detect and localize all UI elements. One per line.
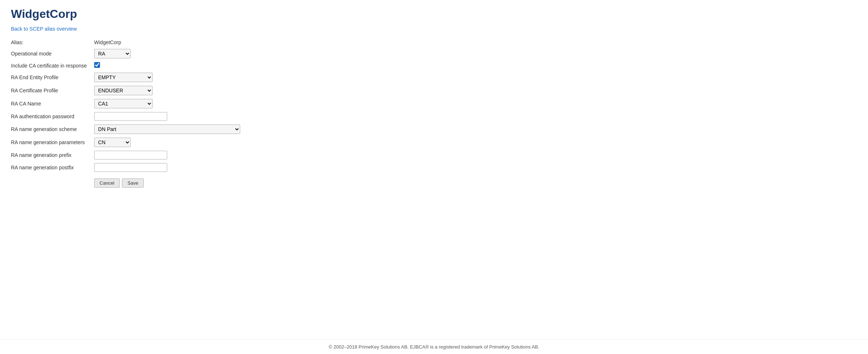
include-ca-row: Include CA certificate in response — [11, 60, 243, 71]
operational-mode-select[interactable]: RA CA — [94, 49, 131, 58]
ra-certificate-profile-label: RA Certificate Profile — [11, 84, 94, 97]
ra-ca-name-label: RA CA Name — [11, 97, 94, 110]
alias-value: WidgetCorp — [94, 39, 121, 45]
cancel-button[interactable]: Cancel — [94, 178, 120, 188]
ra-name-prefix-input[interactable] — [94, 151, 167, 159]
ra-auth-password-row: RA authentication password — [11, 110, 243, 123]
ra-name-postfix-label: RA name generation postfix — [11, 161, 94, 174]
ra-certificate-profile-select[interactable]: ENDUSER — [94, 86, 153, 95]
ra-name-params-row: RA name generation parameters CN O OU C — [11, 136, 243, 149]
ra-name-prefix-label: RA name generation prefix — [11, 149, 94, 161]
ra-name-scheme-row: RA name generation scheme DN Part RANDOM… — [11, 123, 243, 136]
alias-row: Alias: WidgetCorp — [11, 38, 243, 47]
include-ca-checkbox[interactable] — [94, 62, 100, 68]
ra-ca-name-select[interactable]: CA1 — [94, 99, 153, 108]
ra-name-postfix-input[interactable] — [94, 163, 167, 172]
page-title: WidgetCorp — [11, 7, 857, 21]
ra-certificate-profile-row: RA Certificate Profile ENDUSER — [11, 84, 243, 97]
ra-name-params-select[interactable]: CN O OU C — [94, 138, 131, 147]
save-button[interactable]: Save — [122, 178, 144, 188]
ra-end-entity-profile-select[interactable]: EMPTY — [94, 73, 153, 82]
ra-name-prefix-row: RA name generation prefix — [11, 149, 243, 161]
ra-name-scheme-label: RA name generation scheme — [11, 123, 94, 136]
ra-end-entity-profile-label: RA End Entity Profile — [11, 71, 94, 84]
ra-name-postfix-row: RA name generation postfix — [11, 161, 243, 174]
ra-auth-password-input[interactable] — [94, 112, 167, 121]
ra-name-params-label: RA name generation parameters — [11, 136, 94, 149]
ra-auth-password-label: RA authentication password — [11, 110, 94, 123]
ra-ca-name-row: RA CA Name CA1 — [11, 97, 243, 110]
ra-end-entity-profile-row: RA End Entity Profile EMPTY — [11, 71, 243, 84]
operational-mode-row: Operational mode RA CA — [11, 47, 243, 60]
operational-mode-label: Operational mode — [11, 47, 94, 60]
back-link[interactable]: Back to SCEP alias overview — [11, 26, 77, 32]
include-ca-label: Include CA certificate in response — [11, 60, 94, 71]
button-row: Cancel Save — [11, 174, 243, 189]
alias-label: Alias: — [11, 38, 94, 47]
ra-name-scheme-select[interactable]: DN Part RANDOM USERNAME FIXED — [94, 124, 240, 134]
